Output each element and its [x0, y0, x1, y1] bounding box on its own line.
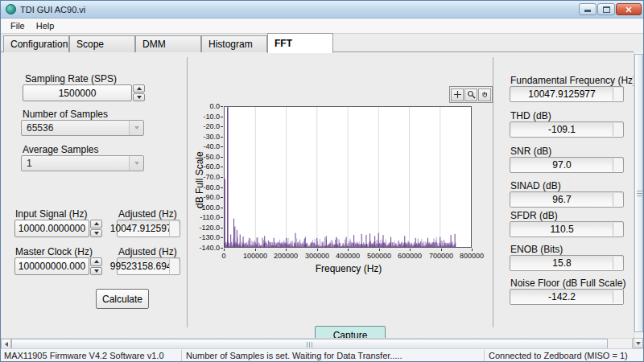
crosshair-tool-icon[interactable]	[451, 88, 464, 101]
measurement-label: SINAD (dB)	[510, 180, 561, 191]
up-arrow-icon	[137, 87, 142, 90]
measurement-indicator: -142.2	[510, 289, 624, 305]
y-tickmark	[221, 177, 223, 178]
close-button[interactable]	[616, 3, 642, 15]
graph-palette	[449, 86, 493, 103]
measurement-indicator: 15.8	[510, 255, 624, 271]
num-samples-dropdown[interactable]: 65536	[21, 120, 144, 136]
master-clock-value[interactable]	[15, 258, 89, 274]
status-bar: MAX11905 Firmware V4.2 Software v1.0 Num…	[1, 348, 643, 361]
measurement-indicator: 96.7	[510, 191, 624, 208]
y-tick-label: -10.0	[192, 113, 220, 121]
x-tickmark	[410, 249, 411, 251]
measurement-value: 97.0	[512, 158, 612, 172]
down-arrow-icon	[94, 232, 99, 235]
increment-button[interactable]	[90, 257, 102, 266]
y-tickmark	[221, 146, 223, 147]
y-tickmark	[221, 117, 223, 117]
sampling-rate-value[interactable]	[23, 86, 131, 101]
maximize-button[interactable]	[597, 3, 615, 15]
scroll-down-button[interactable]	[634, 338, 643, 348]
x-tickmark	[317, 249, 318, 251]
down-arrow-icon	[636, 342, 641, 345]
sampling-rate-label: Sampling Rate (SPS)	[25, 73, 117, 84]
indicator-endcap	[169, 221, 179, 236]
calculate-button[interactable]: Calculate	[96, 289, 149, 309]
tab-dmm[interactable]: DMM	[135, 35, 201, 52]
zoom-tool-icon[interactable]	[464, 88, 477, 101]
tab-fft[interactable]: FFT	[267, 33, 333, 53]
maximize-icon	[603, 6, 610, 13]
master-adjusted-value: 99523158.6940	[119, 258, 168, 274]
menu-help[interactable]: Help	[31, 19, 60, 32]
indicator-endcap	[613, 193, 622, 206]
tab-configuration[interactable]: Configuration	[3, 35, 69, 52]
vertical-scrollbar-thumb[interactable]	[634, 54, 643, 332]
y-tickmark	[221, 167, 223, 167]
scrollbar-grip	[307, 342, 313, 348]
tab-scope[interactable]: Scope	[69, 35, 135, 52]
horizontal-scrollbar[interactable]	[1, 338, 643, 348]
master-clock-label: Master Clock (Hz)	[15, 246, 93, 257]
y-tick-label: -140.0	[192, 244, 220, 252]
input-adjusted-label: Adjusted (Hz)	[118, 208, 177, 220]
down-arrow-icon	[94, 269, 99, 273]
labview-app-icon	[6, 4, 16, 14]
increment-button[interactable]	[133, 84, 145, 93]
measurement-value: -142.2	[512, 290, 612, 304]
fft-spectrum	[225, 107, 471, 247]
minimize-button[interactable]	[579, 3, 597, 15]
menu-file[interactable]: File	[5, 19, 31, 32]
measurement-label: Fundamental Frequency (Hz)	[510, 75, 636, 86]
measurement-value: 110.5	[512, 222, 612, 237]
fft-plot-area[interactable]	[224, 106, 472, 248]
measurement-label: ENOB (Bits)	[510, 244, 563, 255]
x-tickmark	[441, 249, 442, 251]
x-tickmark	[255, 249, 256, 251]
input-adjusted-indicator: 10047.9125977	[117, 220, 180, 237]
indicator-endcap	[613, 257, 622, 269]
title-bar: TDI GUI AC90.vi	[1, 1, 644, 19]
sampling-rate-input[interactable]	[23, 84, 132, 101]
y-tickmark	[221, 237, 223, 238]
x-tickmark	[286, 249, 287, 251]
x-axis-title: Frequency (Hz)	[264, 263, 433, 274]
pan-hand-icon[interactable]	[478, 88, 491, 101]
sampling-rate-spinner	[133, 84, 145, 101]
y-tickmark	[221, 106, 223, 107]
decrement-button[interactable]	[133, 93, 145, 101]
menu-bar: File Help	[1, 19, 643, 34]
input-signal-label: Input Signal (Hz)	[15, 208, 87, 220]
decrement-button[interactable]	[90, 229, 102, 238]
close-icon	[625, 6, 633, 13]
decrement-button[interactable]	[90, 267, 102, 276]
input-signal-spinner	[90, 220, 102, 237]
x-tickmark	[379, 249, 380, 251]
y-tick-label: -130.0	[192, 233, 220, 241]
measurement-label: Noise Floor (dB Full Scale)	[510, 278, 625, 289]
indicator-endcap	[613, 123, 622, 136]
up-arrow-icon	[94, 260, 99, 263]
y-tick-label: -20.0	[192, 122, 220, 130]
x-tick-label: 800000	[448, 252, 496, 260]
dropdown-arrow-icon	[129, 156, 143, 171]
indicator-endcap	[169, 259, 179, 274]
tab-histogram[interactable]: Histogram	[201, 35, 267, 52]
measurement-value: 96.7	[512, 192, 612, 207]
y-tick-label: 0.0	[192, 102, 220, 110]
status-connection: Connected to Zedboard (MISO = 1)	[485, 350, 643, 361]
up-arrow-icon	[94, 222, 99, 225]
minimize-icon	[584, 10, 591, 12]
measurement-value: 15.8	[512, 256, 612, 270]
measurement-value: 10047.9125977	[512, 87, 612, 101]
status-firmware: MAX11905 Firmware V4.2 Software v1.0	[1, 350, 180, 361]
master-clock-input[interactable]	[14, 257, 89, 275]
avg-samples-dropdown[interactable]: 1	[21, 155, 144, 171]
num-samples-label: Number of Samples	[23, 109, 108, 120]
vertical-scrollbar[interactable]	[634, 52, 643, 338]
input-signal-input[interactable]	[14, 220, 89, 237]
y-tickmark	[221, 248, 223, 249]
input-signal-value[interactable]	[15, 220, 89, 237]
master-clock-spinner	[90, 257, 102, 275]
increment-button[interactable]	[90, 220, 102, 228]
